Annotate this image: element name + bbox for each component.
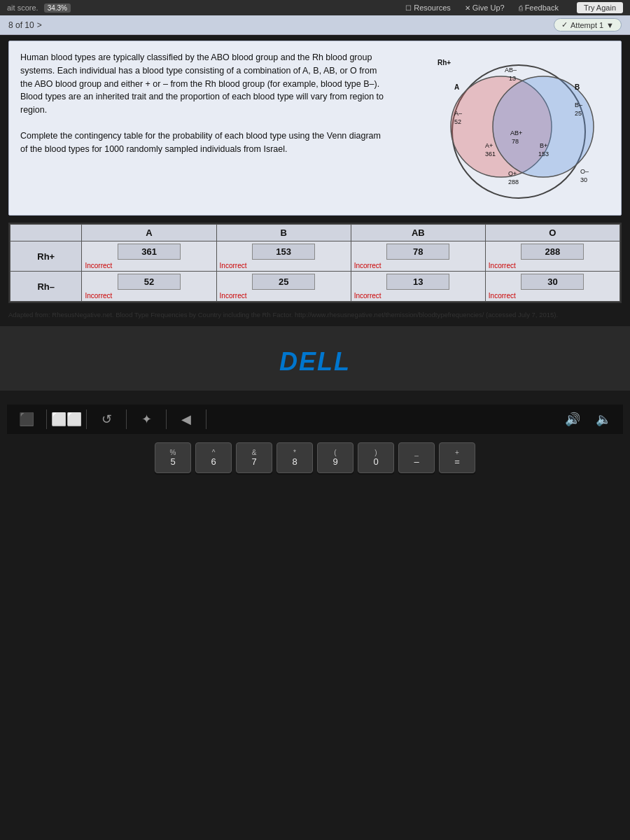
taskbar-rotate-icon[interactable]: ↺ [94,407,119,432]
b-minus-value: 25 [575,110,582,117]
cell-rh-plus-b: 153 Incorrect [216,241,351,272]
citation: Adapted from: RhesusNegative.net. Blood … [8,310,622,319]
taskbar-screen-icon[interactable]: ⬛ [14,407,39,432]
cell-rh-plus-o: 288 Incorrect [485,241,620,272]
cell-status-rh-minus-ab: Incorrect [351,292,485,301]
key-6[interactable]: ^ 6 [195,442,232,473]
a-minus-value: 52 [454,118,461,125]
key-7[interactable]: & 7 [236,442,272,473]
table-header-b: B [216,225,351,241]
question-panel: Human blood types are typically classifi… [8,41,622,216]
question-paragraph: Human blood types are typically classifi… [20,51,384,117]
svg-point-2 [493,76,594,177]
attempt-label: Attempt 1 [570,21,603,29]
dell-logo: DELL [279,347,351,377]
venn-diagram: A B A– 52 B– 25 A+ 361 B+ 153 AB+ [428,51,610,205]
a-plus-label: A+ [485,142,493,149]
cell-rh-plus-ab: 78 Incorrect [351,241,485,272]
cell-rh-minus-o: 30 Incorrect [485,272,620,302]
contingency-table-container: A B AB O Rh+ 361 Incorrect 153 Incorrect… [8,223,622,303]
key-8-top: * [293,449,296,456]
cell-status-rh-minus-b: Incorrect [217,292,351,301]
dell-section: DELL [0,326,630,391]
taskbar-volume-icon[interactable]: 🔊 [560,407,585,432]
cell-value-rh-minus-b: 25 [252,274,315,290]
venn-svg: A B A– 52 B– 25 A+ 361 B+ 153 AB+ [428,51,610,205]
key-7-top: & [252,449,257,456]
top-bar: ait score. 34.3% ☐ Resources ✕ Give Up? … [0,0,630,15]
cell-rh-minus-a: 52 Incorrect [82,272,216,302]
cell-status-rh-plus-b: Incorrect [217,262,351,271]
cell-status-rh-plus-o: Incorrect [486,262,620,271]
citation-text: Adapted from: RhesusNegative.net. Blood … [8,311,558,318]
key-6-top: ^ [212,449,216,456]
question-progress: 8 of 10 [8,20,34,30]
rh-plus-circle-label: Rh+ [438,59,451,66]
key-5-top: % [170,449,176,456]
key-6-bottom: 6 [211,456,216,467]
ab-plus-value: 78 [512,138,519,145]
row-label-rh-plus: Rh+ [10,241,82,272]
key-minus-bottom: – [414,456,419,467]
o-plus-value: 288 [508,178,519,186]
cell-value-rh-minus-a: 52 [118,274,181,290]
circle-a-label: A [454,83,459,91]
table-row-rh-plus: Rh+ 361 Incorrect 153 Incorrect 78 Incor… [10,241,620,272]
taskbar-divider-4 [166,410,167,429]
key-0-bottom: 0 [373,456,378,467]
taskbar-brightness-icon[interactable]: ✦ [134,407,159,432]
question-nav: 8 of 10 > [8,20,42,30]
feedback-button[interactable]: ⎙ Feedback [519,4,559,12]
key-9[interactable]: ( 9 [317,442,354,473]
try-again-button[interactable]: Try Again [577,2,623,13]
cell-rh-minus-b: 25 Incorrect [216,272,351,302]
resources-button[interactable]: ☐ Resources [405,4,451,12]
row-label-rh-minus: Rh– [10,272,82,302]
score-area: ait score. 34.3% [7,4,71,13]
cell-rh-minus-ab: 13 Incorrect [351,272,485,302]
key-5[interactable]: % 5 [155,442,191,473]
cell-value-rh-minus-ab: 13 [386,274,449,290]
sub-header: 8 of 10 > ✓ Attempt 1 ▼ [0,15,630,35]
ab-minus-label: AB– [505,66,517,74]
key-equals[interactable]: + = [439,442,475,473]
key-equals-bottom: = [454,456,460,467]
key-8[interactable]: * 8 [276,442,313,473]
a-minus-label: A– [454,110,462,117]
attempt-dropdown-icon[interactable]: ▼ [606,21,614,29]
cell-value-rh-plus-ab: 78 [386,244,449,260]
b-plus-value: 153 [538,150,549,158]
cell-value-rh-minus-o: 30 [521,274,584,290]
table-corner-cell [10,225,82,241]
b-minus-label: B– [575,102,582,108]
cell-status-rh-plus-a: Incorrect [82,262,216,271]
score-label: ait score. [7,4,38,12]
taskbar-back-icon[interactable]: ◀ [174,407,199,432]
table-header-a: A [82,225,216,241]
score-value: 34.3% [44,4,71,13]
ab-plus-label: AB+ [510,130,522,136]
taskbar-divider-3 [126,410,127,429]
key-equals-top: + [455,449,459,456]
taskbar-divider-1 [46,410,47,429]
taskbar-volume-2-icon[interactable]: 🔈 [591,407,616,432]
a-plus-value: 361 [485,150,496,158]
taskbar-dual-screen-icon[interactable]: ⬜⬜ [54,407,79,432]
table-header-row: A B AB O [10,225,620,241]
cell-rh-plus-a: 361 Incorrect [82,241,216,272]
o-plus-label: O+ [508,170,517,177]
key-0-top: ) [374,449,377,456]
key-minus[interactable]: _ – [398,442,435,473]
key-minus-top: _ [414,449,419,456]
key-7-bottom: 7 [251,456,256,467]
o-minus-value: 30 [580,176,587,183]
chevron-icon[interactable]: > [37,20,42,30]
o-minus-label: O– [580,168,589,175]
give-up-button[interactable]: ✕ Give Up? [465,4,505,12]
key-0[interactable]: ) 0 [358,442,394,473]
table-header-ab: AB [351,225,485,241]
question-text-area: Human blood types are typically classifi… [20,51,416,205]
key-5-bottom: 5 [170,456,175,467]
ab-minus-value: 13 [509,75,516,82]
taskbar-divider-2 [86,410,87,429]
